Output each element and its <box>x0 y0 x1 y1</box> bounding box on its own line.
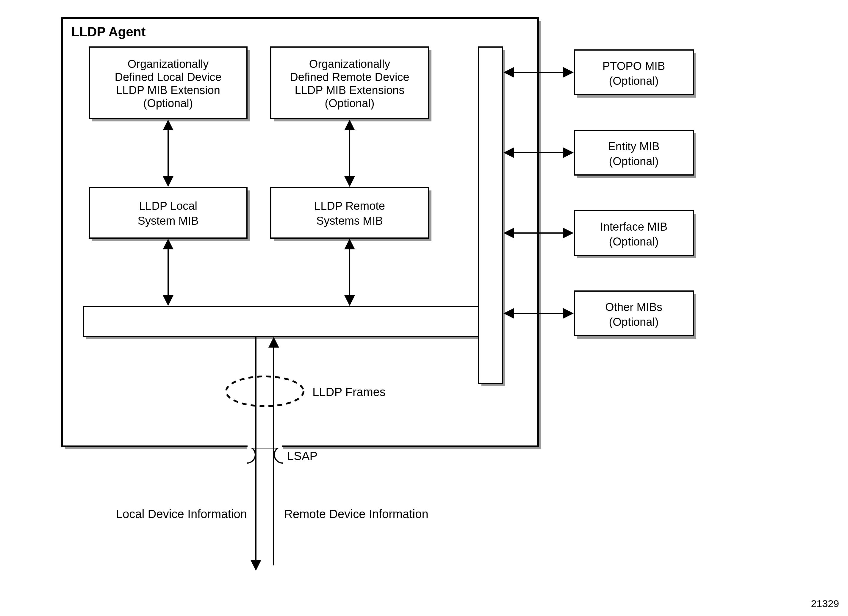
svg-text:(Optional): (Optional) <box>609 155 659 168</box>
lldp-frames-label: LLDP Frames <box>313 385 385 398</box>
svg-text:(Optional): (Optional) <box>609 235 659 248</box>
svg-rect-15 <box>89 187 247 238</box>
svg-text:(Optional): (Optional) <box>609 75 659 87</box>
svg-text:Organizationally: Organizationally <box>309 58 390 70</box>
svg-text:Defined Local Device: Defined Local Device <box>114 71 221 83</box>
box-entity-mib: Entity MIB (Optional) <box>574 130 696 178</box>
svg-rect-23 <box>83 307 479 336</box>
lldp-architecture-diagram: LLDP Agent Organizationally Defined Loca… <box>0 0 848 616</box>
lldp-agent-title: LLDP Agent <box>71 24 146 39</box>
svg-text:Other MIBs: Other MIBs <box>605 301 662 313</box>
svg-text:LLDP Local: LLDP Local <box>139 200 197 212</box>
box-remote-mib: LLDP Remote Systems MIB <box>271 187 431 241</box>
svg-text:LLDP Remote: LLDP Remote <box>314 200 385 212</box>
svg-text:(Optional): (Optional) <box>325 97 375 110</box>
svg-text:LLDP MIB Extension: LLDP MIB Extension <box>116 84 220 96</box>
svg-rect-42 <box>248 445 282 448</box>
vertical-bus <box>479 47 505 386</box>
horizontal-bus <box>83 307 482 339</box>
svg-text:System MIB: System MIB <box>138 215 199 227</box>
svg-text:Systems MIB: Systems MIB <box>316 215 383 227</box>
box-interface-mib: Interface MIB (Optional) <box>574 211 696 258</box>
svg-rect-19 <box>271 187 428 238</box>
local-info-label: Local Device Information <box>116 508 247 521</box>
box-org-remote: Organizationally Defined Remote Device L… <box>271 47 431 122</box>
svg-text:Entity MIB: Entity MIB <box>608 140 659 153</box>
svg-text:(Optional): (Optional) <box>144 97 193 110</box>
svg-text:(Optional): (Optional) <box>609 316 659 328</box>
svg-text:Interface MIB: Interface MIB <box>600 221 667 233</box>
box-local-mib: LLDP Local System MIB <box>89 187 250 241</box>
box-other-mibs: Other MIBs (Optional) <box>574 291 696 338</box>
figure-id: 21329 <box>811 598 839 609</box>
remote-info-label: Remote Device Information <box>284 508 428 521</box>
svg-text:Organizationally: Organizationally <box>127 58 209 70</box>
svg-text:LLDP MIB Extensions: LLDP MIB Extensions <box>295 84 405 96</box>
box-ptopo-mib: PTOPO MIB (Optional) <box>574 50 696 98</box>
svg-rect-25 <box>479 47 502 383</box>
lsap-label: LSAP <box>287 449 317 462</box>
svg-text:Defined Remote Device: Defined Remote Device <box>290 71 409 83</box>
box-org-local: Organizationally Defined Local Device LL… <box>89 47 250 122</box>
svg-text:PTOPO MIB: PTOPO MIB <box>602 60 665 72</box>
